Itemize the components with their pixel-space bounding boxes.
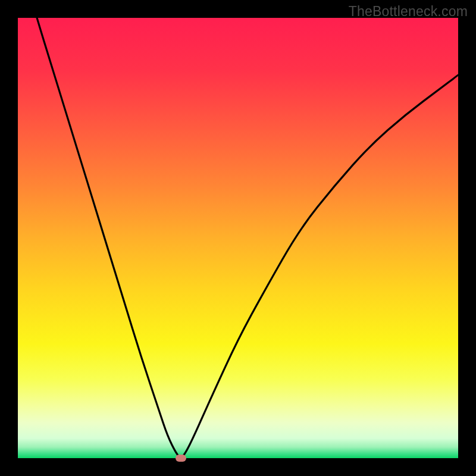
watermark-text: TheBottleneck.com	[349, 4, 468, 20]
bottleneck-curve	[18, 18, 458, 457]
plot-area	[18, 18, 458, 458]
curve-layer	[18, 18, 458, 458]
chart-frame: TheBottleneck.com	[0, 0, 476, 476]
optimum-marker	[176, 455, 186, 462]
